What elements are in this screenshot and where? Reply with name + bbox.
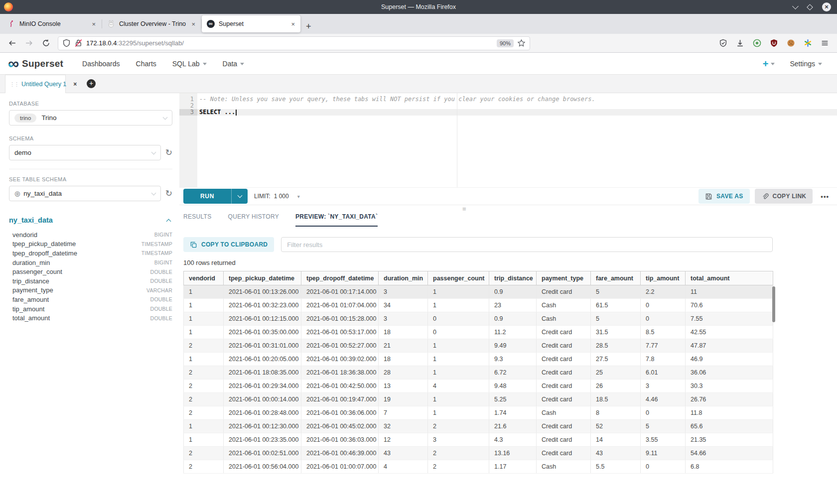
table-cell: 1 bbox=[428, 406, 489, 420]
column-header[interactable]: trip_distance bbox=[489, 271, 537, 285]
splitter-handle-icon[interactable]: ≡ bbox=[462, 206, 466, 212]
back-button[interactable] bbox=[5, 36, 19, 50]
reload-button[interactable] bbox=[39, 36, 53, 50]
table-cell: 2021-06-01 00:45:02.000 bbox=[301, 420, 379, 433]
column-header[interactable]: tpep_dropoff_datetime bbox=[301, 271, 379, 285]
table-row[interactable]: 12021-06-01 00:20:05.0002021-06-01 00:39… bbox=[184, 353, 773, 366]
table-schema-header[interactable]: ny_taxi_data bbox=[9, 216, 172, 224]
column-header[interactable]: duration_min bbox=[379, 271, 428, 285]
insecure-lock-icon[interactable] bbox=[74, 39, 83, 47]
table-row[interactable]: 22021-06-01 00:31:01.0002021-06-01 00:52… bbox=[184, 339, 773, 353]
table-row[interactable]: 22021-06-01 00:56:04.0002021-06-01 01:00… bbox=[184, 460, 773, 474]
table-row[interactable]: 22021-06-01 00:00:14.0002021-06-01 00:19… bbox=[184, 393, 773, 406]
query-tab-close-icon[interactable]: × bbox=[73, 81, 77, 88]
run-query-button[interactable]: RUN bbox=[183, 189, 248, 204]
column-header[interactable]: total_amount bbox=[686, 271, 773, 285]
tab-close-icon[interactable]: × bbox=[289, 20, 296, 28]
tab-close-icon[interactable]: × bbox=[190, 20, 197, 28]
cookie-extension-icon[interactable] bbox=[787, 39, 795, 47]
run-button-label[interactable]: RUN bbox=[183, 189, 231, 204]
refresh-tables-icon[interactable]: ↻ bbox=[165, 189, 172, 198]
table-row[interactable]: 22021-06-01 18:08:35.0002021-06-01 18:36… bbox=[184, 366, 773, 379]
results-tab-bar: RESULTS QUERY HISTORY PREVIEW: `NY_TAXI_… bbox=[179, 213, 837, 227]
tab-close-icon[interactable]: × bbox=[90, 20, 97, 28]
column-header[interactable]: vendorid bbox=[184, 271, 224, 285]
tab-query-history[interactable]: QUERY HISTORY bbox=[228, 213, 279, 227]
menu-hamburger-icon[interactable] bbox=[821, 39, 829, 47]
column-header[interactable]: passenger_count bbox=[428, 271, 489, 285]
url-text[interactable]: 172.18.0.4:32295/superset/sqllab/ bbox=[86, 39, 493, 47]
zoom-level-badge[interactable]: 90% bbox=[497, 39, 514, 47]
settings-menu[interactable]: Settings bbox=[790, 60, 822, 68]
nav-charts[interactable]: Charts bbox=[136, 60, 156, 68]
save-as-button[interactable]: SAVE AS bbox=[698, 189, 749, 204]
column-header[interactable]: tpep_pickup_datetime bbox=[224, 271, 301, 285]
column-name: tpep_pickup_datetime bbox=[12, 240, 76, 248]
column-type: BIGINT bbox=[154, 259, 172, 265]
query-tab-untitled[interactable]: ⋮⋮ Untitled Query 1 × bbox=[5, 75, 66, 93]
url-bar[interactable]: 172.18.0.4:32295/superset/sqllab/ 90% bbox=[58, 36, 530, 50]
table-name-link[interactable]: ny_taxi_data bbox=[9, 216, 53, 224]
window-close-icon[interactable]: × bbox=[822, 2, 831, 11]
schema-select[interactable]: demo bbox=[9, 145, 161, 160]
nav-dashboards[interactable]: Dashboards bbox=[82, 60, 120, 68]
colorful-asterisk-extension-icon[interactable] bbox=[804, 39, 812, 47]
window-minimize-icon[interactable] bbox=[792, 3, 799, 9]
more-actions-button[interactable]: ••• bbox=[818, 193, 832, 200]
copy-link-button[interactable]: COPY LINK bbox=[755, 189, 813, 204]
protections-shield-check-icon[interactable] bbox=[719, 39, 727, 47]
downloads-icon[interactable] bbox=[736, 39, 744, 47]
table-row[interactable]: 12021-06-01 00:12:30.0002021-06-01 00:45… bbox=[184, 420, 773, 433]
nav-data[interactable]: Data bbox=[223, 60, 245, 68]
column-header[interactable]: fare_amount bbox=[591, 271, 641, 285]
database-select[interactable]: trino Trino bbox=[9, 110, 172, 126]
table-select[interactable]: ◎ ny_taxi_data bbox=[9, 186, 161, 201]
table-row[interactable]: 22021-06-01 00:02:51.0002021-06-01 00:46… bbox=[184, 447, 773, 460]
bookmark-star-icon[interactable] bbox=[517, 39, 526, 47]
table-row[interactable]: 12021-06-01 00:23:35.0002021-06-01 00:36… bbox=[184, 433, 773, 447]
caret-down-icon: ▾ bbox=[297, 194, 300, 199]
superset-logo-icon: ∞∞ bbox=[8, 56, 18, 71]
table-cell: 7.55 bbox=[686, 312, 773, 326]
table-row[interactable]: 12021-06-01 00:32:23.0002021-06-01 01:07… bbox=[184, 299, 773, 312]
column-header[interactable]: tip_amount bbox=[641, 271, 686, 285]
copy-to-clipboard-button[interactable]: COPY TO CLIPBOARD bbox=[183, 237, 274, 252]
table-cell: 2 bbox=[184, 406, 224, 420]
ublock-shield-icon[interactable] bbox=[770, 39, 778, 47]
extension-green-icon[interactable] bbox=[753, 39, 761, 47]
table-row[interactable]: 22021-06-01 00:29:34.0002021-06-01 00:42… bbox=[184, 379, 773, 393]
tab-results[interactable]: RESULTS bbox=[183, 213, 212, 227]
run-options-dropdown[interactable] bbox=[231, 189, 248, 204]
table-cell: 18 bbox=[379, 326, 428, 339]
chevron-up-icon[interactable] bbox=[166, 219, 171, 224]
new-tab-button[interactable]: + bbox=[301, 21, 316, 34]
limit-dropdown[interactable]: LIMIT: 1 000 ▾ bbox=[254, 193, 300, 200]
browser-tab-trino[interactable]: Cluster Overview - Trino × bbox=[102, 15, 201, 32]
filter-results-input[interactable] bbox=[281, 237, 773, 252]
new-item-button[interactable]: + bbox=[763, 59, 775, 68]
table-cell: 3 bbox=[379, 285, 428, 299]
table-row[interactable]: 22021-06-01 00:28:48.0002021-06-01 00:36… bbox=[184, 406, 773, 420]
sql-editor[interactable]: 1 2 3 -- Note: Unless you save your quer… bbox=[179, 93, 837, 187]
table-row[interactable]: 12021-06-01 00:12:15.0002021-06-01 00:15… bbox=[184, 312, 773, 326]
table-row[interactable]: 12021-06-01 00:35:00.0002021-06-01 00:53… bbox=[184, 326, 773, 339]
browser-tab-minio[interactable]: MinIO Console × bbox=[2, 15, 101, 32]
table-row[interactable]: 12021-06-01 00:13:26.0002021-06-01 00:17… bbox=[184, 285, 773, 299]
tab-preview-ny-taxi-data[interactable]: PREVIEW: `NY_TAXI_DATA` bbox=[295, 213, 378, 227]
table-cell: 23 bbox=[489, 299, 537, 312]
window-maximize-icon[interactable] bbox=[807, 4, 813, 10]
editor-gutter: 1 2 3 bbox=[179, 93, 197, 187]
chevron-down-icon bbox=[151, 190, 156, 195]
table-scrollbar-thumb[interactable] bbox=[772, 286, 775, 322]
column-header[interactable]: payment_type bbox=[537, 271, 591, 285]
browser-tab-superset[interactable]: ∞ Superset × bbox=[202, 15, 300, 32]
table-cell: 13.16 bbox=[489, 447, 537, 460]
drag-handle-icon[interactable]: ⋮⋮ bbox=[9, 81, 18, 88]
add-query-tab-button[interactable]: + bbox=[87, 79, 96, 88]
editor-code-area[interactable]: -- Note: Unless you save your query, the… bbox=[197, 93, 837, 187]
tracking-protection-shield-icon[interactable] bbox=[62, 39, 71, 47]
nav-sql-lab[interactable]: SQL Lab bbox=[172, 60, 207, 68]
refresh-schemas-icon[interactable]: ↻ bbox=[165, 148, 172, 157]
pane-splitter[interactable]: ≡ bbox=[179, 205, 837, 213]
forward-button[interactable] bbox=[22, 36, 36, 50]
